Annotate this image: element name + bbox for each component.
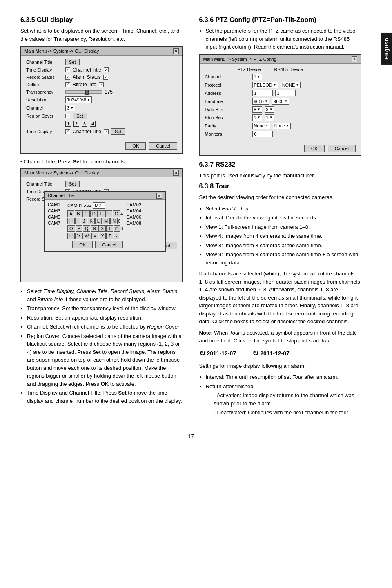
dialog-1-ok-btn[interactable]: OK [125,142,146,150]
key-q[interactable]: Q [83,225,91,232]
key-o[interactable]: O [67,225,75,232]
inner-dialog-close[interactable]: ✕ [156,193,162,199]
key-v[interactable]: V [75,233,82,239]
region-cover-label: Region Cover [26,114,63,118]
transparency-label: Transparency [26,89,63,94]
bitrate-info-check[interactable] [99,82,104,87]
key-x[interactable]: X [91,233,98,239]
ptz-config-dialog: Main Menu -> System -> PTZ Config ✕ PTZ … [199,54,362,156]
key-b[interactable]: B [75,210,82,217]
key-m[interactable]: M [102,218,110,224]
right-column: 6.3.6 PTZ Config (PTZ=Pan-Tilt-Zoom) Set… [199,16,362,420]
key-e[interactable]: E [98,210,105,217]
key-j[interactable]: J [81,218,87,224]
rs485-address-input[interactable]: 1 [275,90,296,96]
key-k[interactable]: K [88,218,95,224]
key-l[interactable]: L [95,218,102,224]
key-i[interactable]: I [75,218,80,224]
num-box-3[interactable]: 3 [82,121,87,127]
time-display-2-checkbox[interactable] [65,129,70,134]
key-g[interactable]: G [113,210,120,217]
key-r[interactable]: R [91,225,98,232]
key-h[interactable]: H [67,218,75,224]
key-d[interactable]: D [90,210,98,217]
cam1[interactable]: CAM1 [48,202,64,207]
ptz-address-input[interactable]: 1 [252,90,273,96]
return-activation: Activation: Image display returns to the… [214,391,362,407]
channel-title-row: Channel Title Set [26,59,177,65]
cam-title-input[interactable]: M2 [93,202,105,209]
ptz-baudrate-select[interactable]: 9600 [252,98,270,105]
region-cover-row: Region Cover Set [26,113,177,119]
cam-list-right: CAM02 CAM04 CAM06 CAM08 [126,202,145,248]
ptz-parity-select[interactable]: None [252,123,270,129]
section-635-intro: Set what is to be displayed on the scree… [20,27,183,43]
cam08[interactable]: CAM08 [126,221,145,226]
num-box-2[interactable]: 2 [74,121,79,127]
region-cover-checkbox[interactable] [65,114,70,118]
cam3[interactable]: CAM3 [48,208,64,213]
cam04[interactable]: CAM04 [126,208,145,213]
cam5[interactable]: CAM5 [48,215,64,219]
key-p[interactable]: P [76,225,82,232]
channel-select[interactable]: 3 [65,105,75,111]
key-box[interactable]: □ [114,225,120,232]
resolution-select[interactable]: 1024*768 [65,96,92,103]
inner-cancel-btn[interactable]: Cancel [95,241,123,248]
rs485-protocol-select[interactable]: NONE [281,82,301,88]
time-display-set-btn[interactable]: Set [111,128,125,135]
key-z[interactable]: Z [106,233,113,239]
ptz-monitors-input[interactable]: 0 [252,131,273,137]
key-t[interactable]: T [106,225,113,232]
inner-ok-btn[interactable]: OK [72,241,93,248]
cam06[interactable]: CAM06 [126,215,145,219]
num-box-4[interactable]: 4 [90,121,96,127]
time-display-checkbox[interactable] [65,67,70,72]
record-status-checkbox[interactable] [65,75,70,80]
cam7[interactable]: CAM7 [48,221,64,226]
key-a[interactable]: A [67,210,74,217]
key-c[interactable]: C [82,210,90,217]
inner-dialog-buttons: OK Cancel [67,241,123,248]
rs485-stopbits-select[interactable]: 1 [265,114,274,121]
ptz-dialog-body: PTZ Device RS485 Device Channel 1 Protoc… [200,64,361,142]
rs485-databits-select[interactable]: 8 [265,106,274,113]
key-dash[interactable]: - [114,233,119,239]
bullet-3: Resolution: Set an appropriate display r… [27,314,183,322]
ptz-channel-select[interactable]: 1 [252,74,262,80]
d2-channel-title-set-btn[interactable]: Set [65,181,80,187]
key-y[interactable]: Y [99,233,106,239]
tour-date-1: ↻ 2011-12-07 [199,349,236,358]
cam02[interactable]: CAM02 [126,202,145,207]
tour-bullet-3: View 1: Full-screen image from camera 1–… [206,223,362,231]
key-u[interactable]: U [67,233,75,239]
key-f[interactable]: F [105,210,112,217]
dialog-1-cancel-btn[interactable]: Cancel [149,142,177,150]
ptz-cancel-btn[interactable]: Cancel [328,145,356,152]
transparency-slider[interactable] [65,90,102,94]
ptz-databits-select[interactable]: 8 [252,106,262,113]
alarm-status-check[interactable] [103,75,108,80]
ptz-dialog-close[interactable]: ✕ [352,56,357,62]
channel-title-check[interactable] [104,67,109,72]
ptz-dialog-title: Main Menu -> System -> PTZ Config [203,57,276,62]
alarm-bullet-2: Return after finished: Activation: Image… [206,382,362,417]
dialog-2-title: Main Menu -> System -> GUI Display [24,170,99,175]
ptz-col-headers: PTZ Device RS485 Device [238,67,356,72]
num-box-1[interactable]: 1 [65,121,71,127]
ptz-protocol-select[interactable]: PELCOD [252,82,278,88]
key-s[interactable]: S [98,225,105,232]
region-cover-set-btn[interactable]: Set [73,113,87,119]
rs485-baudrate-select[interactable]: 9600 [272,98,289,105]
rs485-parity-select[interactable]: None [273,123,291,129]
deflick-checkbox[interactable] [65,82,70,87]
dialog-1-close[interactable]: ✕ [173,48,179,54]
ptz-ok-btn[interactable]: OK [304,145,325,152]
key-w[interactable]: W [82,233,91,239]
key-n[interactable]: N [110,218,118,224]
channel-title-2-check[interactable] [104,129,109,134]
d2-channel-title-row: Channel Title Set [26,181,177,187]
channel-title-set-btn[interactable]: Set [65,59,80,65]
dialog-2-close[interactable]: ✕ [173,170,179,176]
ptz-stopbits-select[interactable]: 1 [252,114,262,121]
